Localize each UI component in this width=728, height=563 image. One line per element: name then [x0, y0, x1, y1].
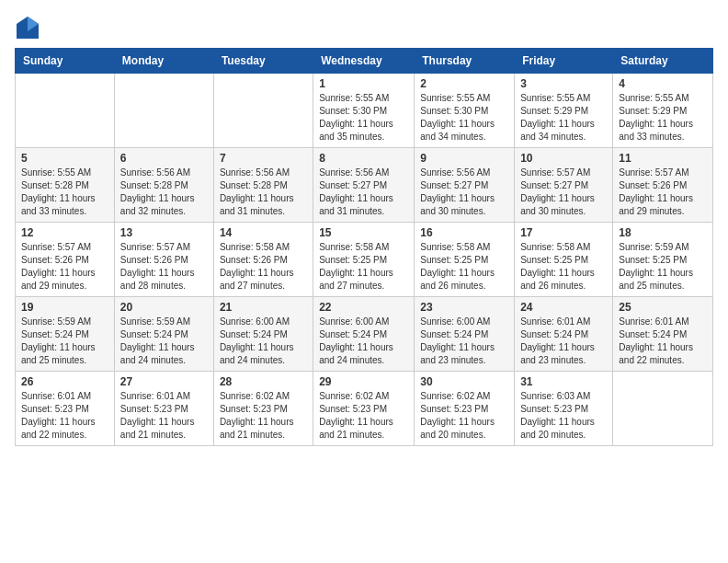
calendar-cell: 12Sunrise: 5:57 AMSunset: 5:26 PMDayligh… [16, 223, 115, 297]
calendar-cell: 15Sunrise: 5:58 AMSunset: 5:25 PMDayligh… [313, 223, 415, 297]
calendar-cell: 28Sunrise: 6:02 AMSunset: 5:23 PMDayligh… [213, 372, 313, 446]
calendar-week-row: 26Sunrise: 6:01 AMSunset: 5:23 PMDayligh… [16, 372, 713, 446]
calendar-cell: 9Sunrise: 5:56 AMSunset: 5:27 PMDaylight… [415, 148, 515, 223]
calendar-cell: 31Sunrise: 6:03 AMSunset: 5:23 PMDayligh… [515, 372, 613, 446]
day-number: 11 [619, 152, 707, 165]
calendar-cell: 23Sunrise: 6:00 AMSunset: 5:24 PMDayligh… [415, 297, 515, 372]
day-number: 24 [520, 301, 607, 314]
day-number: 4 [619, 77, 707, 90]
day-info: Sunrise: 6:00 AMSunset: 5:24 PMDaylight:… [220, 316, 307, 367]
day-number: 20 [120, 301, 208, 314]
day-number: 29 [319, 375, 408, 388]
day-of-week-header: Wednesday [313, 49, 415, 74]
calendar-cell: 2Sunrise: 5:55 AMSunset: 5:30 PMDaylight… [415, 74, 515, 148]
calendar-cell: 26Sunrise: 6:01 AMSunset: 5:23 PMDayligh… [16, 372, 115, 446]
day-number: 19 [21, 301, 108, 314]
calendar-cell: 4Sunrise: 5:55 AMSunset: 5:29 PMDaylight… [613, 74, 713, 148]
day-info: Sunrise: 5:58 AMSunset: 5:25 PMDaylight:… [520, 241, 607, 293]
day-info: Sunrise: 5:56 AMSunset: 5:28 PMDaylight:… [120, 167, 208, 218]
day-info: Sunrise: 5:59 AMSunset: 5:24 PMDaylight:… [120, 316, 208, 367]
calendar-cell [16, 74, 115, 148]
day-number: 23 [420, 301, 508, 314]
day-info: Sunrise: 5:55 AMSunset: 5:29 PMDaylight:… [619, 92, 707, 144]
calendar-week-row: 12Sunrise: 5:57 AMSunset: 5:26 PMDayligh… [16, 223, 713, 297]
day-info: Sunrise: 6:01 AMSunset: 5:23 PMDaylight:… [21, 390, 108, 442]
calendar-cell: 24Sunrise: 6:01 AMSunset: 5:24 PMDayligh… [515, 297, 613, 372]
calendar-week-row: 1Sunrise: 5:55 AMSunset: 5:30 PMDaylight… [16, 74, 713, 148]
day-number: 16 [420, 226, 508, 239]
day-number: 17 [520, 226, 607, 239]
day-of-week-header: Thursday [415, 49, 515, 74]
day-info: Sunrise: 6:02 AMSunset: 5:23 PMDaylight:… [220, 390, 307, 442]
calendar-cell [613, 372, 713, 446]
calendar-cell: 20Sunrise: 5:59 AMSunset: 5:24 PMDayligh… [114, 297, 213, 372]
calendar-cell [213, 74, 313, 148]
day-info: Sunrise: 6:02 AMSunset: 5:23 PMDaylight:… [420, 390, 508, 442]
calendar-cell: 18Sunrise: 5:59 AMSunset: 5:25 PMDayligh… [613, 223, 713, 297]
calendar-cell [114, 74, 213, 148]
day-info: Sunrise: 5:57 AMSunset: 5:26 PMDaylight:… [619, 167, 707, 218]
day-info: Sunrise: 5:58 AMSunset: 5:26 PMDaylight:… [220, 241, 307, 293]
day-number: 10 [520, 152, 607, 165]
calendar-week-row: 5Sunrise: 5:55 AMSunset: 5:28 PMDaylight… [16, 148, 713, 223]
day-of-week-header: Sunday [16, 49, 115, 74]
day-number: 30 [420, 375, 508, 388]
day-number: 2 [420, 77, 508, 90]
day-info: Sunrise: 5:56 AMSunset: 5:27 PMDaylight:… [319, 167, 408, 218]
day-number: 3 [520, 77, 607, 90]
day-info: Sunrise: 5:56 AMSunset: 5:28 PMDaylight:… [220, 167, 307, 218]
calendar-cell: 7Sunrise: 5:56 AMSunset: 5:28 PMDaylight… [213, 148, 313, 223]
day-info: Sunrise: 5:55 AMSunset: 5:30 PMDaylight:… [319, 92, 408, 144]
calendar-cell: 27Sunrise: 6:01 AMSunset: 5:23 PMDayligh… [114, 372, 213, 446]
day-info: Sunrise: 6:02 AMSunset: 5:23 PMDaylight:… [319, 390, 408, 442]
calendar-cell: 13Sunrise: 5:57 AMSunset: 5:26 PMDayligh… [114, 223, 213, 297]
calendar-header-row: SundayMondayTuesdayWednesdayThursdayFrid… [16, 49, 713, 74]
day-info: Sunrise: 5:58 AMSunset: 5:25 PMDaylight:… [420, 241, 508, 293]
calendar-cell: 30Sunrise: 6:02 AMSunset: 5:23 PMDayligh… [415, 372, 515, 446]
day-of-week-header: Friday [515, 49, 613, 74]
day-info: Sunrise: 6:03 AMSunset: 5:23 PMDaylight:… [520, 390, 607, 442]
day-info: Sunrise: 5:59 AMSunset: 5:24 PMDaylight:… [21, 316, 108, 367]
day-number: 9 [420, 152, 508, 165]
calendar-cell: 6Sunrise: 5:56 AMSunset: 5:28 PMDaylight… [114, 148, 213, 223]
day-info: Sunrise: 5:55 AMSunset: 5:30 PMDaylight:… [420, 92, 508, 144]
day-of-week-header: Tuesday [213, 49, 313, 74]
day-info: Sunrise: 5:57 AMSunset: 5:26 PMDaylight:… [120, 241, 208, 293]
calendar-week-row: 19Sunrise: 5:59 AMSunset: 5:24 PMDayligh… [16, 297, 713, 372]
day-info: Sunrise: 5:57 AMSunset: 5:27 PMDaylight:… [520, 167, 607, 218]
calendar-cell: 14Sunrise: 5:58 AMSunset: 5:26 PMDayligh… [213, 223, 313, 297]
page-header [15, 15, 713, 40]
calendar-cell: 11Sunrise: 5:57 AMSunset: 5:26 PMDayligh… [613, 148, 713, 223]
calendar-cell: 8Sunrise: 5:56 AMSunset: 5:27 PMDaylight… [313, 148, 415, 223]
day-number: 18 [619, 226, 707, 239]
calendar-cell: 22Sunrise: 6:00 AMSunset: 5:24 PMDayligh… [313, 297, 415, 372]
day-info: Sunrise: 5:57 AMSunset: 5:26 PMDaylight:… [21, 241, 108, 293]
day-number: 31 [520, 375, 607, 388]
day-info: Sunrise: 6:00 AMSunset: 5:24 PMDaylight:… [420, 316, 508, 367]
day-info: Sunrise: 5:55 AMSunset: 5:28 PMDaylight:… [21, 167, 108, 218]
day-number: 5 [21, 152, 108, 165]
calendar-cell: 5Sunrise: 5:55 AMSunset: 5:28 PMDaylight… [16, 148, 115, 223]
day-info: Sunrise: 6:01 AMSunset: 5:23 PMDaylight:… [120, 390, 208, 442]
calendar-cell: 25Sunrise: 6:01 AMSunset: 5:24 PMDayligh… [613, 297, 713, 372]
day-info: Sunrise: 6:01 AMSunset: 5:24 PMDaylight:… [520, 316, 607, 367]
calendar-cell: 19Sunrise: 5:59 AMSunset: 5:24 PMDayligh… [16, 297, 115, 372]
day-number: 15 [319, 226, 408, 239]
day-info: Sunrise: 5:59 AMSunset: 5:25 PMDaylight:… [619, 241, 707, 293]
day-number: 26 [21, 375, 108, 388]
day-number: 12 [21, 226, 108, 239]
calendar-table: SundayMondayTuesdayWednesdayThursdayFrid… [15, 48, 713, 446]
day-info: Sunrise: 6:01 AMSunset: 5:24 PMDaylight:… [619, 316, 707, 367]
day-number: 13 [120, 226, 208, 239]
calendar-cell: 16Sunrise: 5:58 AMSunset: 5:25 PMDayligh… [415, 223, 515, 297]
day-info: Sunrise: 5:56 AMSunset: 5:27 PMDaylight:… [420, 167, 508, 218]
day-number: 14 [220, 226, 307, 239]
calendar-cell: 3Sunrise: 5:55 AMSunset: 5:29 PMDaylight… [515, 74, 613, 148]
day-number: 25 [619, 301, 707, 314]
calendar-cell: 10Sunrise: 5:57 AMSunset: 5:27 PMDayligh… [515, 148, 613, 223]
day-info: Sunrise: 5:55 AMSunset: 5:29 PMDaylight:… [520, 92, 607, 144]
calendar-cell: 1Sunrise: 5:55 AMSunset: 5:30 PMDaylight… [313, 74, 415, 148]
day-number: 21 [220, 301, 307, 314]
day-info: Sunrise: 5:58 AMSunset: 5:25 PMDaylight:… [319, 241, 408, 293]
logo-icon [15, 15, 40, 40]
